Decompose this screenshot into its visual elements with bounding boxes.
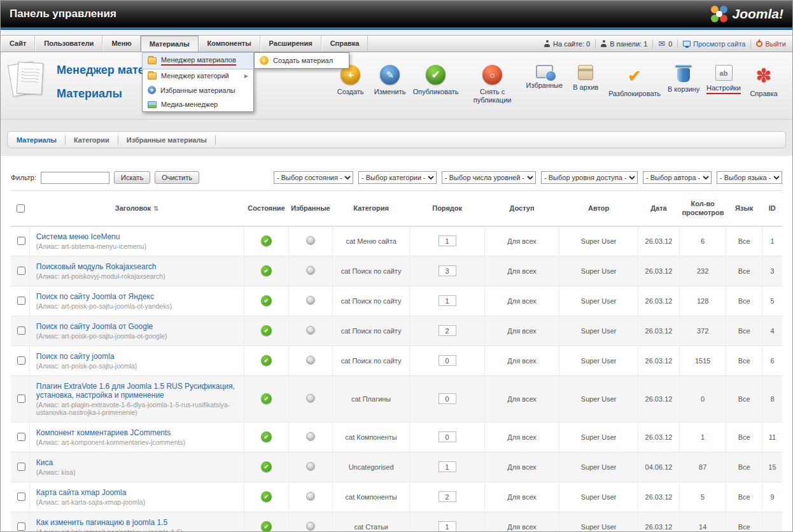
featured-toggle-icon[interactable] — [306, 236, 315, 245]
select-all-checkbox[interactable] — [17, 204, 25, 213]
messages-icon[interactable]: ✉ — [658, 39, 665, 48]
featured-toggle-icon[interactable] — [306, 266, 315, 275]
dropdown-item-article-manager[interactable]: Менеджер материалов — [143, 53, 253, 69]
options-button[interactable]: abНастройки — [703, 62, 744, 97]
column-header-language[interactable]: Язык — [726, 191, 762, 227]
featured-toggle-icon[interactable] — [306, 492, 315, 501]
row-checkbox[interactable] — [17, 297, 25, 305]
article-title-link[interactable]: Компонент комментариев JComments — [36, 428, 171, 437]
row-checkbox[interactable] — [17, 522, 25, 531]
column-header-order[interactable]: Порядок — [410, 191, 484, 227]
article-title-link[interactable]: Плагин ExtraVote 1.6 для Joomla 1.5 RUS … — [36, 382, 235, 400]
published-icon[interactable]: ✔ — [261, 355, 272, 366]
article-title-link[interactable]: Поисковый модуль Rokajaxsearch — [36, 262, 156, 271]
row-checkbox[interactable] — [17, 395, 25, 403]
row-checkbox[interactable] — [17, 356, 25, 365]
column-header-title[interactable]: Заголовок⇅ — [29, 191, 244, 227]
filter-select-state[interactable]: - Выбор состояния - — [274, 171, 353, 184]
row-checkbox[interactable] — [17, 463, 25, 471]
column-header-label: Заголовок — [115, 204, 151, 212]
dropdown-item-category-manager[interactable]: Менеджер категорий▶ — [143, 69, 253, 83]
logout-link[interactable]: Выйти — [756, 40, 786, 48]
published-icon[interactable]: ✔ — [261, 431, 272, 442]
menu-item-users[interactable]: Пользователи — [35, 36, 102, 52]
menu-item-extensions[interactable]: Расширения — [260, 36, 321, 52]
column-header-access[interactable]: Доступ — [484, 191, 559, 227]
article-title-link[interactable]: Поиск по сайту Joomla от Google — [36, 322, 153, 331]
row-checkbox[interactable] — [17, 267, 25, 275]
featured-toggle-icon[interactable] — [306, 356, 315, 365]
order-input[interactable] — [439, 491, 456, 502]
published-icon[interactable]: ✔ — [261, 393, 272, 404]
order-input[interactable] — [439, 295, 456, 306]
published-icon[interactable]: ✔ — [261, 461, 272, 472]
column-header-date[interactable]: Дата — [638, 191, 679, 227]
tab-featured[interactable]: Избранные материалы — [127, 136, 207, 144]
archive-button[interactable]: В архив — [566, 62, 605, 94]
article-title-link[interactable]: Поиск по сайту Joomla от Яндекс — [36, 292, 154, 301]
article-title-link[interactable]: Как изменить пагинацию в joomla 1.5 — [36, 518, 167, 527]
published-icon[interactable]: ✔ — [261, 265, 272, 276]
tab-articles[interactable]: Материалы — [17, 136, 57, 144]
published-icon[interactable]: ✔ — [261, 491, 272, 502]
row-checkbox[interactable] — [17, 433, 25, 441]
menu-item-site[interactable]: Сайт — [1, 36, 35, 52]
menu-item-content[interactable]: Материалы — [141, 36, 199, 52]
filter-select-access[interactable]: - Выбор уровня доступа - — [541, 171, 638, 184]
published-icon[interactable]: ✔ — [261, 235, 272, 246]
menu-item-help[interactable]: Справка — [321, 36, 368, 52]
order-input[interactable] — [439, 431, 456, 442]
published-icon[interactable]: ✔ — [261, 521, 272, 532]
column-header-author[interactable]: Автор — [559, 191, 638, 227]
order-input[interactable] — [439, 393, 456, 404]
featured-toggle-icon[interactable] — [306, 432, 315, 441]
featured-toggle-icon[interactable] — [306, 394, 315, 403]
menu-item-components[interactable]: Компоненты — [199, 36, 260, 52]
article-title-link[interactable]: Поиск по сайту joomla — [36, 352, 115, 361]
featured-toggle-icon[interactable] — [306, 522, 315, 531]
order-input[interactable] — [439, 461, 456, 472]
filter-select-category[interactable]: - Выбор категории - — [358, 171, 437, 184]
clear-button[interactable]: Очистить — [155, 171, 199, 184]
article-hits: 128 — [679, 286, 726, 316]
order-input[interactable] — [439, 355, 456, 366]
search-button[interactable]: Искать — [114, 171, 150, 184]
publish-button[interactable]: ✔Опубликовать — [410, 62, 462, 99]
order-input[interactable] — [439, 265, 456, 276]
edit-button[interactable]: ✎Изменить — [370, 62, 410, 99]
tab-categories[interactable]: Категории — [74, 136, 109, 144]
order-input[interactable] — [439, 235, 456, 246]
filter-select-author[interactable]: - Выбор автора - — [643, 171, 712, 184]
row-checkbox[interactable] — [17, 237, 25, 245]
article-title-link[interactable]: Система меню IceMenu — [36, 232, 120, 241]
trash-button[interactable]: В корзину — [664, 62, 703, 96]
column-header-id[interactable]: ID — [762, 191, 782, 227]
row-checkbox[interactable] — [17, 493, 25, 501]
order-input[interactable] — [439, 325, 456, 336]
help-button[interactable]: ✽Справка — [744, 62, 783, 101]
filter-select-max-levels[interactable]: - Выбор числа уровней - — [442, 171, 536, 184]
dropdown-item-featured-articles[interactable]: ★Избранные материалы — [143, 83, 253, 97]
published-icon[interactable]: ✔ — [261, 325, 272, 336]
checkin-button[interactable]: ✔Разблокировать — [605, 62, 664, 101]
featured-button[interactable]: Избранные — [523, 62, 566, 92]
column-header-featured[interactable]: Избранные — [288, 191, 332, 227]
dropdown-subitem-add-article[interactable]: +Создать материал — [255, 53, 349, 68]
row-checkbox[interactable] — [17, 326, 25, 335]
order-input[interactable] — [439, 521, 456, 532]
published-icon[interactable]: ✔ — [261, 295, 272, 306]
featured-toggle-icon[interactable] — [306, 462, 315, 471]
featured-toggle-icon[interactable] — [306, 326, 315, 335]
column-header-state[interactable]: Состояние — [244, 191, 288, 227]
menu-item-menus[interactable]: Меню — [102, 36, 140, 52]
dropdown-item-media-manager[interactable]: Медиа-менеджер — [143, 97, 253, 111]
column-header-hits[interactable]: Кол-во просмотров — [679, 191, 726, 227]
article-title-link[interactable]: Киса — [36, 458, 53, 467]
column-header-category[interactable]: Категория — [332, 191, 410, 227]
unpublish-button[interactable]: ○Снять с публикации — [462, 62, 523, 107]
filter-select-language[interactable]: - Выбор языка - — [717, 171, 782, 184]
filter-search-input[interactable] — [41, 172, 109, 184]
featured-toggle-icon[interactable] — [306, 296, 315, 305]
view-site-link[interactable]: Просмотр сайта — [683, 40, 745, 48]
article-title-link[interactable]: Карта сайта xmap Joomla — [36, 488, 127, 497]
